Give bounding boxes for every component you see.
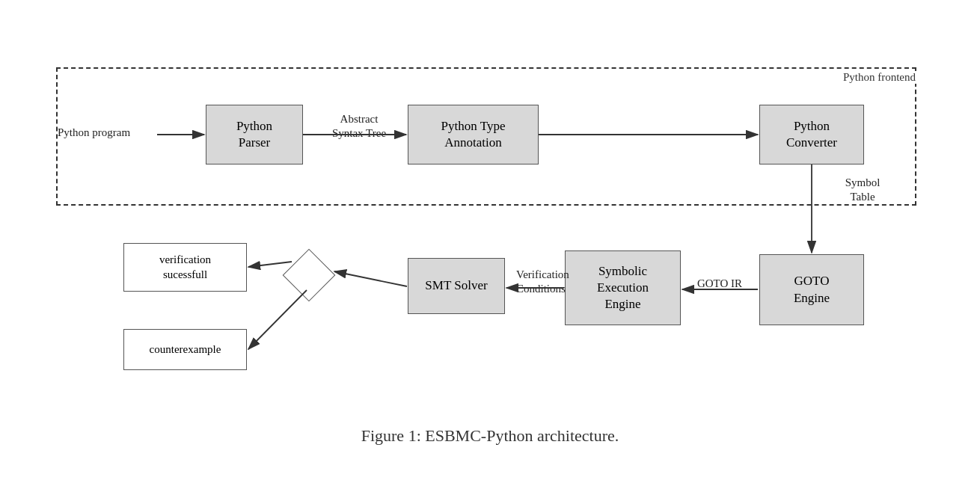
symbolic-execution-box: Symbolic Execution Engine [565,250,681,325]
python-converter-box: Python Converter [759,105,864,164]
svg-line-7 [334,271,407,286]
python-converter-label: Python Converter [786,118,837,151]
counterexample-label: counterexample [150,342,221,357]
frontend-label: Python frontend [841,71,918,84]
python-type-annotation-label: Python Type Annotation [441,118,506,151]
verification-conditions-label: VerificationConditions [516,268,565,296]
decision-diamond [287,250,331,299]
svg-line-8 [248,262,292,267]
smt-solver-label: SMT Solver [425,277,487,294]
diagram: Python frontend Python program Python Pa… [41,22,939,419]
goto-engine-label: GOTO Engine [794,273,830,306]
goto-ir-label: GOTO IR [682,277,757,291]
smt-solver-box: SMT Solver [408,258,505,314]
verification-successful-label: verification sucessfull [159,253,211,282]
python-parser-box: Python Parser [206,105,303,164]
ast-label: AbstractSyntax Tree [314,112,404,141]
figure-caption: Figure 1: ESBMC-Python architecture. [361,426,619,446]
goto-engine-box: GOTO Engine [759,254,864,325]
diamond-shape [283,248,336,301]
python-type-annotation-box: Python Type Annotation [408,105,539,164]
symbolic-execution-label: Symbolic Execution Engine [597,263,649,313]
verification-successful-box: verification sucessfull [123,243,247,292]
symbol-table-label: SymbolTable [829,176,896,204]
counterexample-box: counterexample [123,329,247,370]
python-program-label: Python program [58,126,130,140]
python-parser-label: Python Parser [236,118,272,151]
